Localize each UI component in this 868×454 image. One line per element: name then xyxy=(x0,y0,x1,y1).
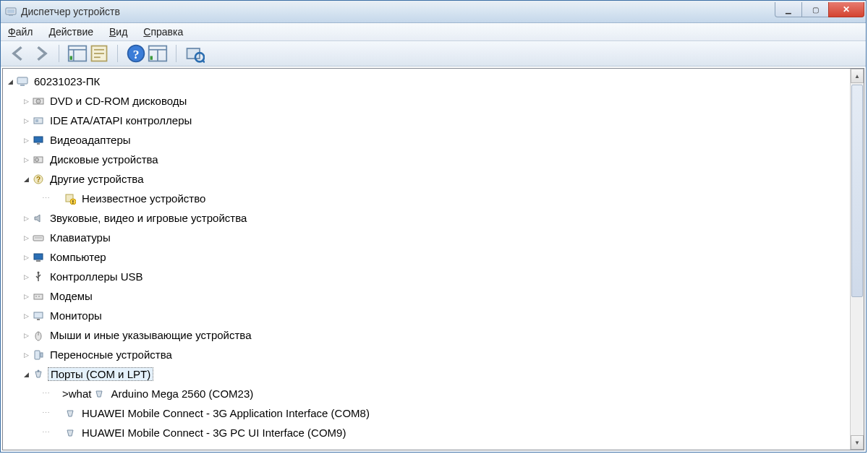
node-label: Переносные устройства xyxy=(48,348,174,361)
tree-node-other[interactable]: ? Другие устройства xyxy=(6,169,850,189)
device-tree[interactable]: 60231023-ПК DVD и CD-ROM дисководы IDE A… xyxy=(3,69,850,450)
expand-toggle[interactable] xyxy=(22,332,30,339)
menu-help[interactable]: Справка xyxy=(143,26,183,38)
tree-node-ports[interactable]: Порты (COM и LPT) xyxy=(6,364,850,384)
toolbar-scan-button[interactable] xyxy=(147,43,169,64)
tree-node-mouse[interactable]: Мыши и иные указывающие устройства xyxy=(6,325,850,345)
node-label: Клавиатуры xyxy=(48,231,113,244)
unknown-device-icon: ! xyxy=(64,193,77,205)
tree-node-computer[interactable]: Компьютер xyxy=(6,247,850,267)
expand-toggle[interactable] xyxy=(22,215,30,222)
scroll-track[interactable] xyxy=(851,83,864,435)
expand-toggle[interactable] xyxy=(22,293,30,300)
svg-rect-20 xyxy=(17,77,27,84)
tree-node-modem[interactable]: Модемы xyxy=(6,286,850,306)
portable-device-icon xyxy=(32,349,45,361)
expand-toggle[interactable] xyxy=(22,98,30,105)
node-label: Контроллеры USB xyxy=(48,270,145,283)
tree-connector: ⋯ xyxy=(38,429,54,437)
tree-node-unknown[interactable]: ⋯ ! Неизвестное устройство xyxy=(6,189,850,208)
node-label: HUAWEI Mobile Connect - 3G Application I… xyxy=(80,407,372,419)
toolbar-rescan-button[interactable] xyxy=(184,43,205,64)
node-label: Arduino Mega 2560 (COM23) xyxy=(109,387,255,400)
expand-toggle[interactable] xyxy=(22,156,30,163)
computer-icon xyxy=(16,76,29,87)
node-label: Неизвестное устройство xyxy=(80,192,208,205)
titlebar[interactable]: Диспетчер устройств xyxy=(1,1,866,23)
tree-node-keyboard[interactable]: Клавиатуры xyxy=(6,228,850,247)
svg-rect-47 xyxy=(35,351,40,359)
tree-node-usb[interactable]: Контроллеры USB xyxy=(6,267,850,286)
svg-text:?: ? xyxy=(36,176,41,184)
expand-toggle[interactable] xyxy=(22,137,30,144)
svg-rect-26 xyxy=(34,137,43,142)
app-icon xyxy=(5,6,17,17)
expand-toggle[interactable] xyxy=(6,78,14,85)
node-label: Мыши и иные указывающие устройства xyxy=(48,329,253,341)
content-area: 60231023-ПК DVD и CD-ROM дисководы IDE A… xyxy=(2,68,864,450)
other-devices-icon: ? xyxy=(32,174,45,185)
expand-toggle[interactable] xyxy=(22,351,30,359)
maximize-button[interactable] xyxy=(801,2,829,17)
modem-icon xyxy=(32,291,45,302)
scroll-down-button[interactable]: ▼ xyxy=(851,435,864,450)
tree-node-sound[interactable]: Звуковые, видео и игровые устройства xyxy=(6,208,850,228)
node-label: Дисковые устройства xyxy=(48,153,161,166)
expand-toggle[interactable] xyxy=(22,371,30,378)
node-label: Мониторы xyxy=(48,309,104,322)
menubar: Файл Действие Вид Справка xyxy=(1,23,866,41)
tree-node-video[interactable]: Видеоадаптеры xyxy=(6,130,850,150)
tree-node-portable[interactable]: Переносные устройства xyxy=(6,345,850,364)
tree-node-ide[interactable]: IDE ATA/ATAPI контроллеры xyxy=(6,111,850,130)
minimize-button[interactable] xyxy=(775,2,802,17)
scroll-up-button[interactable]: ▲ xyxy=(851,69,864,83)
toolbar-back-button[interactable] xyxy=(8,43,30,64)
computer-icon xyxy=(32,252,45,263)
svg-text:!: ! xyxy=(72,200,74,205)
expand-toggle[interactable] xyxy=(22,117,30,124)
svg-rect-21 xyxy=(20,85,25,86)
node-label: DVD и CD-ROM дисководы xyxy=(48,95,189,107)
node-label: Компьютер xyxy=(48,251,109,263)
device-manager-window: Диспетчер устройств Файл Действие Вид Сп… xyxy=(0,0,867,453)
menu-action[interactable]: Действие xyxy=(48,26,93,38)
tree-leaf-arduino[interactable]: ⋯ >what Arduino Mega 2560 (COM23) xyxy=(6,384,850,403)
disc-drive-icon xyxy=(32,95,45,107)
toolbar-properties-button[interactable] xyxy=(88,43,110,64)
expand-toggle[interactable] xyxy=(22,273,30,280)
toolbar-help-button[interactable]: ? xyxy=(125,43,147,64)
tree-leaf-huawei-pcui[interactable]: ⋯ HUAWEI Mobile Connect - 3G PC UI Inter… xyxy=(6,423,850,442)
svg-rect-25 xyxy=(35,119,38,122)
tree-node-disk[interactable]: Дисковые устройства xyxy=(6,150,850,169)
tree-node-dvd[interactable]: DVD и CD-ROM дисководы xyxy=(6,91,850,111)
menu-file[interactable]: Файл xyxy=(8,26,33,38)
expand-toggle[interactable] xyxy=(22,176,30,183)
svg-rect-6 xyxy=(70,56,73,60)
window-controls xyxy=(775,2,864,17)
expand-toggle[interactable] xyxy=(22,312,30,320)
com-port-icon xyxy=(64,427,77,439)
node-label: Порты (COM и LPT) xyxy=(48,367,153,381)
svg-rect-27 xyxy=(37,143,40,145)
menu-view[interactable]: Вид xyxy=(109,26,127,38)
vertical-scrollbar[interactable]: ▲ ▼ xyxy=(850,69,864,450)
tree-node-monitor[interactable]: Мониторы xyxy=(6,306,850,325)
toolbar-forward-button[interactable] xyxy=(30,43,51,64)
mouse-icon xyxy=(32,330,45,341)
node-label: Модемы xyxy=(48,290,95,302)
close-button[interactable] xyxy=(828,2,864,17)
sound-icon xyxy=(32,213,45,224)
node-label: IDE ATA/ATAPI контроллеры xyxy=(48,114,194,127)
expand-toggle[interactable] xyxy=(22,234,30,241)
node-label: Другие устройства xyxy=(48,173,145,185)
tree-root[interactable]: 60231023-ПК xyxy=(6,72,850,91)
tree-leaf-huawei-app[interactable]: ⋯ HUAWEI Mobile Connect - 3G Application… xyxy=(6,403,850,423)
ports-icon xyxy=(32,369,45,380)
expand-toggle[interactable] xyxy=(22,254,30,261)
node-label: HUAWEI Mobile Connect - 3G PC UI Interfa… xyxy=(80,427,348,439)
toolbar-detail-button[interactable] xyxy=(67,43,88,64)
svg-point-23 xyxy=(36,99,41,103)
monitor-icon xyxy=(32,310,45,322)
scroll-thumb[interactable] xyxy=(851,85,863,297)
svg-rect-38 xyxy=(36,260,41,262)
